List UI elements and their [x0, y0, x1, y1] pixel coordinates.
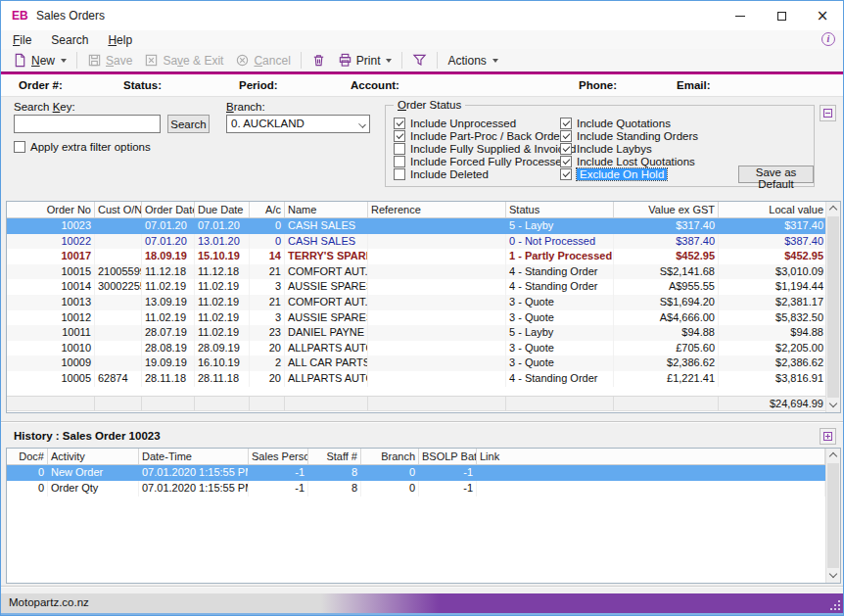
col-header-sales-person[interactable]: Sales Person	[249, 449, 308, 464]
col-header-doc[interactable]: Doc#	[7, 449, 48, 464]
col-header-activity[interactable]: Activity	[48, 449, 139, 464]
cell-link	[477, 465, 825, 481]
section-divider	[1, 421, 843, 422]
scroll-up-icon[interactable]	[826, 202, 840, 216]
table-row[interactable]: 1001028.08.1928.09.1920ALLPARTS AUTO...3…	[7, 341, 825, 356]
table-row[interactable]: 1001211.02.1911.02.193AUSSIE SPARES3 - Q…	[7, 310, 825, 326]
table-row[interactable]: 1002207.01.2013.01.200CASH SALES0 - Not …	[7, 234, 825, 250]
menu-search[interactable]: Search	[41, 31, 98, 49]
col-header-staff[interactable]: Staff #	[308, 449, 361, 464]
checkbox-include-standing-orders[interactable]: Include Standing Orders	[560, 129, 698, 142]
history-scrollbar[interactable]	[825, 449, 840, 583]
cell-name: COMFORT AUT...	[285, 295, 368, 310]
checkbox-include-unprocessed[interactable]: Include Unprocessed	[394, 117, 576, 129]
cell-due-date: 07.01.20	[195, 218, 250, 234]
scrollbar-thumb[interactable]	[827, 216, 839, 398]
checkbox-include-deleted[interactable]: Include Deleted	[394, 167, 576, 180]
maximize-button[interactable]	[761, 1, 802, 30]
order-status-right-column: Include QuotationsInclude Standing Order…	[560, 117, 698, 180]
col-header-local-value[interactable]: Local value	[719, 202, 827, 217]
total-order-no	[7, 397, 95, 411]
cell-local-value: $2,381.17	[719, 295, 825, 310]
col-header-due-date[interactable]: Due Date	[195, 202, 250, 217]
cell-name: TERRY'S SPARES	[285, 249, 368, 264]
col-header-cust-on[interactable]: Cust O/N	[95, 202, 142, 217]
minimize-button[interactable]	[720, 1, 761, 30]
table-row[interactable]: 100056287428.11.1828.11.1820ALLPARTS AUT…	[7, 371, 825, 387]
cell-cust-on	[95, 355, 142, 371]
cell-reference	[368, 325, 506, 341]
cell-reference	[368, 355, 506, 371]
cell-local-value: $317.40	[719, 218, 825, 234]
cell-name: CASH SALES	[285, 234, 368, 250]
history-row[interactable]: 0Order Qty07.01.2020 1:15:55 PM-180-1	[7, 481, 825, 497]
table-row[interactable]: 1001313.09.1911.02.1921COMFORT AUT...3 -…	[7, 295, 825, 310]
print-button[interactable]: Print	[332, 51, 399, 70]
table-row[interactable]: 1000919.09.1916.10.192ALL CAR PARTS3 - Q…	[7, 355, 825, 371]
cell-local-value: $1,194.44	[719, 279, 825, 295]
table-row[interactable]: 100143000225511.02.1911.02.193AUSSIE SPA…	[7, 279, 825, 295]
checkbox-include-part-proc-back-orders[interactable]: Include Part-Proc / Back Orders	[394, 129, 576, 142]
table-row[interactable]: 1002307.01.2007.01.200CASH SALES5 - Layb…	[7, 218, 825, 234]
cell-value-ex-gst: $2,386.62	[614, 355, 719, 371]
col-header-order-date[interactable]: Order Date	[142, 202, 195, 217]
history-row[interactable]: 0New Order07.01.2020 1:15:55 PM-180-1	[7, 465, 825, 481]
actions-button[interactable]: Actions	[442, 52, 503, 70]
checkbox-include-laybys[interactable]: Include Laybys	[560, 142, 698, 155]
menu-help[interactable]: Help	[98, 31, 142, 49]
col-header-name[interactable]: Name	[285, 202, 368, 217]
checkbox-label: Include Forced Fully Processed	[410, 156, 568, 167]
cell-cust-on: 62874	[95, 371, 142, 387]
collapse-panel-button[interactable]	[820, 105, 836, 121]
table-row[interactable]: 100152100559911.12.1811.12.1821COMFORT A…	[7, 264, 825, 280]
checkbox-include-lost-quotations[interactable]: Include Lost Quotations	[560, 155, 698, 167]
checkbox-label: Include Standing Orders	[577, 130, 698, 142]
orders-total-row: $24,694.99	[7, 396, 825, 411]
table-row[interactable]: 1001128.07.1911.02.1923DANIEL PAYNE5 - L…	[7, 325, 825, 341]
col-header-reference[interactable]: Reference	[368, 202, 506, 217]
search-button[interactable]: Search	[167, 115, 210, 133]
col-header-status[interactable]: Status	[506, 202, 614, 217]
checkbox-include-forced-fully-processed[interactable]: Include Forced Fully Processed	[394, 155, 576, 167]
cell-ac: 14	[250, 249, 285, 264]
checkbox-include-fully-supplied-invoiced[interactable]: Include Fully Supplied & Invoiced	[394, 142, 576, 155]
col-header-value-ex-gst[interactable]: Value ex GST	[614, 202, 719, 217]
scrollbar-thumb[interactable]	[827, 463, 839, 568]
scroll-up-icon[interactable]	[826, 449, 840, 463]
minimize-icon	[735, 16, 745, 17]
cell-order-no: 10017	[7, 249, 95, 264]
cell-order-date: 11.02.19	[142, 310, 195, 326]
checkbox-exclude-on-hold[interactable]: Exclude On Hold	[560, 167, 698, 180]
info-icon[interactable]: i	[821, 32, 835, 46]
new-button[interactable]: New	[7, 51, 72, 70]
cell-order-date: 07.01.20	[142, 218, 195, 234]
col-header-order-no[interactable]: Order No	[7, 202, 95, 217]
save-as-default-button[interactable]: Save as Default	[738, 166, 814, 183]
branch-select[interactable]: 0. AUCKLAND	[226, 115, 370, 133]
cell-due-date: 11.02.19	[195, 279, 250, 295]
cancel-button-label: Cancel	[254, 54, 290, 68]
menu-file[interactable]: File	[3, 31, 41, 49]
col-header-ac[interactable]: A/c	[250, 202, 285, 217]
cell-local-value: $452.95	[719, 249, 825, 264]
apply-extra-filter-checkbox[interactable]: Apply extra filter options	[14, 140, 151, 153]
search-input[interactable]	[14, 115, 161, 133]
cell-name: ALL CAR PARTS	[285, 355, 368, 371]
expand-history-button[interactable]	[820, 428, 836, 445]
table-row[interactable]: 1001718.09.1915.10.1914TERRY'S SPARES1 -…	[7, 249, 825, 264]
scroll-down-icon[interactable]	[826, 398, 840, 412]
orders-scrollbar[interactable]	[825, 202, 840, 412]
close-button[interactable]: ×	[802, 1, 843, 30]
col-header-bsolp-batch[interactable]: BSOLP Batch	[419, 449, 477, 464]
col-header-branch[interactable]: Branch	[361, 449, 419, 464]
scroll-down-icon[interactable]	[826, 568, 840, 583]
col-header-date-time[interactable]: Date-Time	[139, 449, 249, 464]
cell-cust-on	[95, 310, 142, 326]
delete-button[interactable]	[305, 51, 332, 70]
resize-grip[interactable]	[838, 608, 840, 610]
filter-button[interactable]	[406, 51, 433, 70]
cell-name: ALLPARTS AUTO...	[285, 341, 368, 356]
col-header-link[interactable]: Link	[477, 449, 825, 464]
checkbox-include-quotations[interactable]: Include Quotations	[560, 117, 698, 129]
cell-value-ex-gst: S$2,141.68	[614, 264, 719, 280]
